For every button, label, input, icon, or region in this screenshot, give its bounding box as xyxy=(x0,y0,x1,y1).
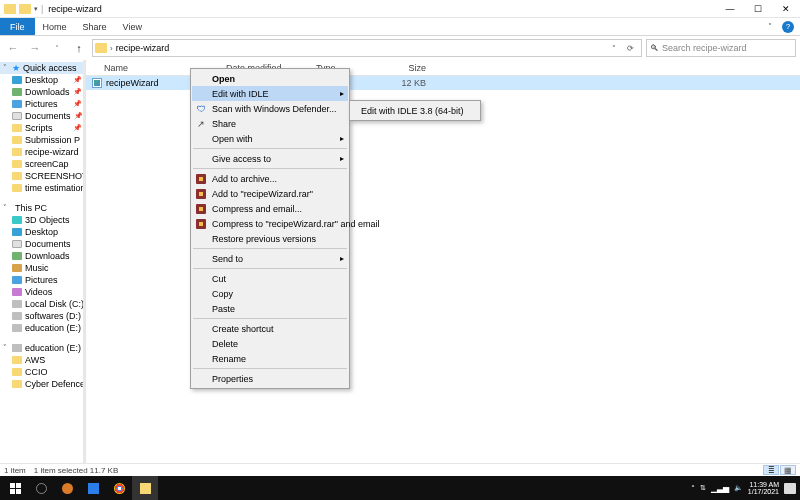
ribbon-tab-view[interactable]: View xyxy=(115,18,150,35)
sidebar-item[interactable]: Pictures📌 xyxy=(0,98,85,110)
ribbon-tab-share[interactable]: Share xyxy=(75,18,115,35)
taskbar-app-explorer[interactable] xyxy=(132,476,158,500)
quick-access-dropdown[interactable]: ▾ xyxy=(34,5,38,13)
taskbar-app[interactable] xyxy=(54,476,80,500)
ctx-properties[interactable]: Properties xyxy=(192,371,348,386)
nav-back-button[interactable]: ← xyxy=(4,39,22,57)
search-placeholder: Search recipe-wizard xyxy=(662,43,747,53)
sidebar-item[interactable]: Downloads xyxy=(0,250,85,262)
refresh-button[interactable]: ⟳ xyxy=(623,44,637,53)
drive-icon xyxy=(12,344,22,352)
view-details-button[interactable]: ≣ xyxy=(763,465,779,475)
ctx-restore-versions[interactable]: Restore previous versions xyxy=(192,231,348,246)
ctx-copy[interactable]: Copy xyxy=(192,286,348,301)
sidebar-item-label: Scripts xyxy=(25,123,53,133)
sidebar-item[interactable]: Documents📌 xyxy=(0,110,85,122)
sidebar-item[interactable]: Music xyxy=(0,262,85,274)
system-tray: ˄ ⇅ ▁▃▅ 🔈 11:39 AM 1/17/2021 xyxy=(691,481,798,496)
sidebar-item[interactable]: Downloads📌 xyxy=(0,86,85,98)
ctx-send-to[interactable]: Send to▸ xyxy=(192,251,348,266)
sidebar-item[interactable]: Local Disk (C:) xyxy=(0,298,85,310)
separator xyxy=(193,268,347,269)
sidebar-item[interactable]: AWS xyxy=(0,354,85,366)
folder-icon xyxy=(12,160,22,168)
taskbar-app-cortana[interactable] xyxy=(28,476,54,500)
chevron-right-icon: ▸ xyxy=(340,154,344,163)
nav-up-button[interactable]: ↑ xyxy=(70,39,88,57)
pin-icon: 📌 xyxy=(73,100,82,108)
ctx-paste[interactable]: Paste xyxy=(192,301,348,316)
search-input[interactable]: 🔍︎ Search recipe-wizard xyxy=(646,39,796,57)
ctx-add-to-archive[interactable]: Add to archive... xyxy=(192,171,348,186)
sidebar-item[interactable]: CCIO xyxy=(0,366,85,378)
sidebar-item[interactable]: Submission P📌 xyxy=(0,134,85,146)
sidebar-item[interactable]: time estimation xyxy=(0,182,85,194)
breadcrumb-dropdown[interactable]: ˅ xyxy=(607,44,621,53)
sidebar-item[interactable]: Cyber Defence xyxy=(0,378,85,390)
close-button[interactable]: ✕ xyxy=(772,0,800,18)
volume-icon[interactable]: 🔈 xyxy=(734,484,743,492)
file-size: 12 KB xyxy=(376,78,426,88)
chevron-right-icon[interactable]: › xyxy=(110,44,113,53)
scrollbar[interactable] xyxy=(83,60,85,463)
ctx-scan-defender[interactable]: 🛡Scan with Windows Defender... xyxy=(192,101,348,116)
ctx-cut[interactable]: Cut xyxy=(192,271,348,286)
sidebar-item[interactable]: Desktop xyxy=(0,226,85,238)
ctx-share[interactable]: ↗Share xyxy=(192,116,348,131)
ctx-delete[interactable]: Delete xyxy=(192,336,348,351)
breadcrumb-current[interactable]: recipe-wizard xyxy=(116,43,170,53)
sidebar-item[interactable]: Scripts📌 xyxy=(0,122,85,134)
ctx-compress-email[interactable]: Compress and email... xyxy=(192,201,348,216)
sidebar-item[interactable]: softwares (D:) xyxy=(0,310,85,322)
sidebar-item[interactable]: Desktop📌 xyxy=(0,74,85,86)
help-button[interactable]: ? xyxy=(782,21,794,33)
maximize-button[interactable]: ☐ xyxy=(744,0,772,18)
clock[interactable]: 11:39 AM 1/17/2021 xyxy=(748,481,779,496)
ctx-edit-idle-38[interactable]: Edit with IDLE 3.8 (64-bit) xyxy=(351,103,479,118)
chevron-down-icon: ˅ xyxy=(3,344,9,352)
ribbon-file[interactable]: File xyxy=(0,18,35,35)
ctx-compress-rar-email[interactable]: Compress to "recipeWizard.rar" and email xyxy=(192,216,348,231)
ribbon-collapse[interactable]: ˅ xyxy=(764,22,776,31)
sidebar-this-pc[interactable]: ˅ This PC xyxy=(0,202,85,214)
sidebar-item[interactable]: Videos xyxy=(0,286,85,298)
notifications-icon[interactable] xyxy=(784,483,796,494)
sidebar-item-label: Documents xyxy=(25,111,71,121)
sidebar-item[interactable]: screenCap xyxy=(0,158,85,170)
breadcrumb[interactable]: › recipe-wizard ˅ ⟳ xyxy=(92,39,642,57)
folder-icon xyxy=(12,368,22,376)
python-file-icon xyxy=(92,78,102,88)
network-icon[interactable]: ⇅ xyxy=(700,484,706,492)
sidebar-label: This PC xyxy=(15,203,47,213)
sidebar-item-label: softwares (D:) xyxy=(25,311,81,321)
ctx-give-access-to[interactable]: Give access to▸ xyxy=(192,151,348,166)
tray-overflow-icon[interactable]: ˄ xyxy=(691,484,695,493)
view-icons-button[interactable]: ▦ xyxy=(780,465,796,475)
ctx-edit-with-idle[interactable]: Edit with IDLE▸ xyxy=(192,86,348,101)
sidebar-item[interactable]: education (E:) xyxy=(0,322,85,334)
sidebar-education-drive[interactable]: ˅ education (E:) xyxy=(0,342,85,354)
chevron-right-icon: ▸ xyxy=(340,254,344,263)
nav-forward-button[interactable]: → xyxy=(26,39,44,57)
taskbar-app[interactable] xyxy=(80,476,106,500)
ribbon-tab-home[interactable]: Home xyxy=(35,18,75,35)
wifi-icon[interactable]: ▁▃▅ xyxy=(711,484,729,493)
ctx-open[interactable]: Open xyxy=(192,71,348,86)
taskbar: ˄ ⇅ ▁▃▅ 🔈 11:39 AM 1/17/2021 xyxy=(0,476,800,500)
sidebar-item[interactable]: 3D Objects xyxy=(0,214,85,226)
col-size[interactable]: Size xyxy=(376,63,426,73)
separator xyxy=(193,248,347,249)
ctx-open-with[interactable]: Open with▸ xyxy=(192,131,348,146)
ctx-create-shortcut[interactable]: Create shortcut xyxy=(192,321,348,336)
start-button[interactable] xyxy=(2,476,28,500)
sidebar-item[interactable]: Documents xyxy=(0,238,85,250)
sidebar-item[interactable]: SCREENSHOTS xyxy=(0,170,85,182)
taskbar-app-chrome[interactable] xyxy=(106,476,132,500)
ctx-rename[interactable]: Rename xyxy=(192,351,348,366)
sidebar-item[interactable]: Pictures xyxy=(0,274,85,286)
nav-recent-dropdown[interactable]: ˅ xyxy=(48,39,66,57)
ctx-add-to-rar[interactable]: Add to "recipeWizard.rar" xyxy=(192,186,348,201)
sidebar-item[interactable]: recipe-wizard xyxy=(0,146,85,158)
minimize-button[interactable]: — xyxy=(716,0,744,18)
sidebar-quick-access[interactable]: ˅ ★ Quick access xyxy=(0,62,85,74)
